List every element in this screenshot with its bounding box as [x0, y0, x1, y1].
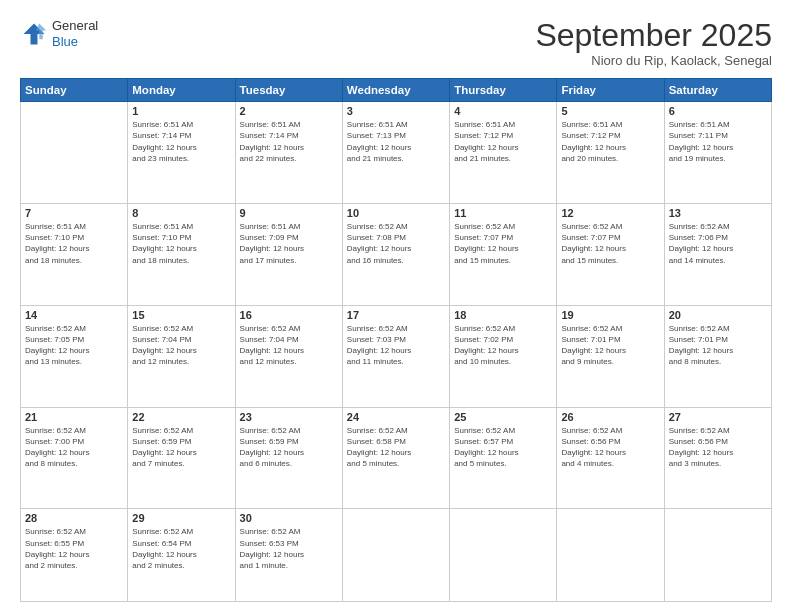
table-row: 1Sunrise: 6:51 AM Sunset: 7:14 PM Daylig…: [128, 102, 235, 204]
day-number: 27: [669, 411, 767, 423]
header: General Blue September 2025 Nioro du Rip…: [20, 18, 772, 68]
page: General Blue September 2025 Nioro du Rip…: [0, 0, 792, 612]
table-row: 13Sunrise: 6:52 AM Sunset: 7:06 PM Dayli…: [664, 204, 771, 306]
day-number: 3: [347, 105, 445, 117]
table-row: 12Sunrise: 6:52 AM Sunset: 7:07 PM Dayli…: [557, 204, 664, 306]
day-info: Sunrise: 6:52 AM Sunset: 6:53 PM Dayligh…: [240, 526, 338, 571]
day-number: 14: [25, 309, 123, 321]
day-info: Sunrise: 6:51 AM Sunset: 7:12 PM Dayligh…: [454, 119, 552, 164]
day-info: Sunrise: 6:51 AM Sunset: 7:14 PM Dayligh…: [240, 119, 338, 164]
day-info: Sunrise: 6:52 AM Sunset: 7:04 PM Dayligh…: [132, 323, 230, 368]
day-info: Sunrise: 6:51 AM Sunset: 7:09 PM Dayligh…: [240, 221, 338, 266]
header-sunday: Sunday: [21, 79, 128, 102]
day-number: 16: [240, 309, 338, 321]
table-row: 8Sunrise: 6:51 AM Sunset: 7:10 PM Daylig…: [128, 204, 235, 306]
day-number: 8: [132, 207, 230, 219]
day-info: Sunrise: 6:51 AM Sunset: 7:10 PM Dayligh…: [25, 221, 123, 266]
day-info: Sunrise: 6:52 AM Sunset: 7:01 PM Dayligh…: [561, 323, 659, 368]
table-row: 16Sunrise: 6:52 AM Sunset: 7:04 PM Dayli…: [235, 305, 342, 407]
table-row: 25Sunrise: 6:52 AM Sunset: 6:57 PM Dayli…: [450, 407, 557, 509]
day-info: Sunrise: 6:51 AM Sunset: 7:11 PM Dayligh…: [669, 119, 767, 164]
table-row: [342, 509, 449, 602]
table-row: 29Sunrise: 6:52 AM Sunset: 6:54 PM Dayli…: [128, 509, 235, 602]
table-row: [557, 509, 664, 602]
table-row: 5Sunrise: 6:51 AM Sunset: 7:12 PM Daylig…: [557, 102, 664, 204]
table-row: 22Sunrise: 6:52 AM Sunset: 6:59 PM Dayli…: [128, 407, 235, 509]
day-number: 19: [561, 309, 659, 321]
day-number: 7: [25, 207, 123, 219]
day-number: 11: [454, 207, 552, 219]
calendar-week-row: 21Sunrise: 6:52 AM Sunset: 7:00 PM Dayli…: [21, 407, 772, 509]
day-info: Sunrise: 6:52 AM Sunset: 7:07 PM Dayligh…: [561, 221, 659, 266]
day-number: 23: [240, 411, 338, 423]
day-number: 10: [347, 207, 445, 219]
day-info: Sunrise: 6:52 AM Sunset: 7:03 PM Dayligh…: [347, 323, 445, 368]
day-number: 1: [132, 105, 230, 117]
logo-icon: [20, 20, 48, 48]
table-row: 19Sunrise: 6:52 AM Sunset: 7:01 PM Dayli…: [557, 305, 664, 407]
table-row: 27Sunrise: 6:52 AM Sunset: 6:56 PM Dayli…: [664, 407, 771, 509]
table-row: 9Sunrise: 6:51 AM Sunset: 7:09 PM Daylig…: [235, 204, 342, 306]
table-row: 28Sunrise: 6:52 AM Sunset: 6:55 PM Dayli…: [21, 509, 128, 602]
day-info: Sunrise: 6:51 AM Sunset: 7:13 PM Dayligh…: [347, 119, 445, 164]
table-row: 7Sunrise: 6:51 AM Sunset: 7:10 PM Daylig…: [21, 204, 128, 306]
day-info: Sunrise: 6:52 AM Sunset: 6:54 PM Dayligh…: [132, 526, 230, 571]
table-row: 10Sunrise: 6:52 AM Sunset: 7:08 PM Dayli…: [342, 204, 449, 306]
day-info: Sunrise: 6:52 AM Sunset: 7:04 PM Dayligh…: [240, 323, 338, 368]
logo-blue: Blue: [52, 34, 98, 50]
day-info: Sunrise: 6:52 AM Sunset: 6:56 PM Dayligh…: [669, 425, 767, 470]
day-info: Sunrise: 6:52 AM Sunset: 6:55 PM Dayligh…: [25, 526, 123, 571]
day-info: Sunrise: 6:51 AM Sunset: 7:14 PM Dayligh…: [132, 119, 230, 164]
day-info: Sunrise: 6:52 AM Sunset: 7:06 PM Dayligh…: [669, 221, 767, 266]
table-row: 30Sunrise: 6:52 AM Sunset: 6:53 PM Dayli…: [235, 509, 342, 602]
table-row: 20Sunrise: 6:52 AM Sunset: 7:01 PM Dayli…: [664, 305, 771, 407]
day-info: Sunrise: 6:52 AM Sunset: 7:00 PM Dayligh…: [25, 425, 123, 470]
day-number: 21: [25, 411, 123, 423]
calendar-week-row: 1Sunrise: 6:51 AM Sunset: 7:14 PM Daylig…: [21, 102, 772, 204]
table-row: 23Sunrise: 6:52 AM Sunset: 6:59 PM Dayli…: [235, 407, 342, 509]
calendar-week-row: 14Sunrise: 6:52 AM Sunset: 7:05 PM Dayli…: [21, 305, 772, 407]
table-row: [450, 509, 557, 602]
day-info: Sunrise: 6:52 AM Sunset: 6:58 PM Dayligh…: [347, 425, 445, 470]
day-info: Sunrise: 6:52 AM Sunset: 6:57 PM Dayligh…: [454, 425, 552, 470]
day-info: Sunrise: 6:52 AM Sunset: 7:08 PM Dayligh…: [347, 221, 445, 266]
table-row: 11Sunrise: 6:52 AM Sunset: 7:07 PM Dayli…: [450, 204, 557, 306]
day-number: 5: [561, 105, 659, 117]
calendar-header-row: Sunday Monday Tuesday Wednesday Thursday…: [21, 79, 772, 102]
day-number: 24: [347, 411, 445, 423]
day-info: Sunrise: 6:51 AM Sunset: 7:10 PM Dayligh…: [132, 221, 230, 266]
day-info: Sunrise: 6:52 AM Sunset: 7:05 PM Dayligh…: [25, 323, 123, 368]
day-number: 28: [25, 512, 123, 524]
header-wednesday: Wednesday: [342, 79, 449, 102]
location-subtitle: Nioro du Rip, Kaolack, Senegal: [535, 53, 772, 68]
day-info: Sunrise: 6:52 AM Sunset: 6:59 PM Dayligh…: [132, 425, 230, 470]
table-row: 2Sunrise: 6:51 AM Sunset: 7:14 PM Daylig…: [235, 102, 342, 204]
day-info: Sunrise: 6:52 AM Sunset: 6:59 PM Dayligh…: [240, 425, 338, 470]
day-number: 18: [454, 309, 552, 321]
table-row: 18Sunrise: 6:52 AM Sunset: 7:02 PM Dayli…: [450, 305, 557, 407]
table-row: 4Sunrise: 6:51 AM Sunset: 7:12 PM Daylig…: [450, 102, 557, 204]
table-row: 3Sunrise: 6:51 AM Sunset: 7:13 PM Daylig…: [342, 102, 449, 204]
day-number: 25: [454, 411, 552, 423]
header-saturday: Saturday: [664, 79, 771, 102]
day-number: 4: [454, 105, 552, 117]
table-row: 15Sunrise: 6:52 AM Sunset: 7:04 PM Dayli…: [128, 305, 235, 407]
table-row: 14Sunrise: 6:52 AM Sunset: 7:05 PM Dayli…: [21, 305, 128, 407]
day-number: 2: [240, 105, 338, 117]
logo-general: General: [52, 18, 98, 34]
header-monday: Monday: [128, 79, 235, 102]
calendar-week-row: 7Sunrise: 6:51 AM Sunset: 7:10 PM Daylig…: [21, 204, 772, 306]
day-info: Sunrise: 6:52 AM Sunset: 6:56 PM Dayligh…: [561, 425, 659, 470]
day-number: 26: [561, 411, 659, 423]
table-row: 24Sunrise: 6:52 AM Sunset: 6:58 PM Dayli…: [342, 407, 449, 509]
day-number: 30: [240, 512, 338, 524]
day-info: Sunrise: 6:51 AM Sunset: 7:12 PM Dayligh…: [561, 119, 659, 164]
day-number: 17: [347, 309, 445, 321]
title-block: September 2025 Nioro du Rip, Kaolack, Se…: [535, 18, 772, 68]
calendar-table: Sunday Monday Tuesday Wednesday Thursday…: [20, 78, 772, 602]
month-title: September 2025: [535, 18, 772, 53]
day-number: 22: [132, 411, 230, 423]
table-row: 26Sunrise: 6:52 AM Sunset: 6:56 PM Dayli…: [557, 407, 664, 509]
table-row: [21, 102, 128, 204]
logo: General Blue: [20, 18, 98, 49]
